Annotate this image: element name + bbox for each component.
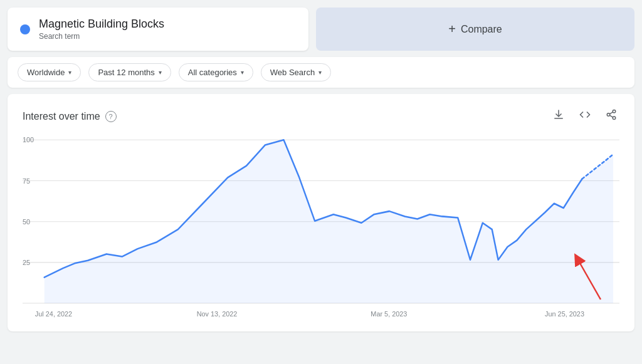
svg-line-3 xyxy=(609,115,613,117)
chart-card: Interest over time ? xyxy=(8,94,634,331)
compare-plus-icon: + xyxy=(448,22,456,36)
embed-button[interactable] xyxy=(577,107,593,126)
search-term-text: Magnetic Building Blocks Search term xyxy=(39,18,164,41)
filter-type[interactable]: Web Search ▾ xyxy=(261,63,331,81)
chevron-down-icon: ▾ xyxy=(159,69,162,76)
svg-text:100: 100 xyxy=(23,136,34,143)
filter-time[interactable]: Past 12 months ▾ xyxy=(88,63,171,81)
chevron-down-icon: ▾ xyxy=(318,69,322,76)
download-button[interactable] xyxy=(550,107,567,126)
filter-time-label: Past 12 months xyxy=(98,68,154,77)
svg-text:Mar 5, 2023: Mar 5, 2023 xyxy=(371,310,407,318)
chart-title: Interest over time xyxy=(23,111,100,122)
interest-chart: 100 75 50 25 Jul 24, 2022 Nov 13, 2022 M… xyxy=(23,133,619,321)
filter-category-label: All categories xyxy=(188,68,237,77)
chevron-down-icon: ▾ xyxy=(241,69,244,76)
share-button[interactable] xyxy=(603,107,619,126)
svg-point-2 xyxy=(613,117,616,120)
top-section: Magnetic Building Blocks Search term + C… xyxy=(0,0,642,51)
search-term-title: Magnetic Building Blocks xyxy=(39,18,164,31)
svg-point-1 xyxy=(607,113,610,117)
chart-title-area: Interest over time ? xyxy=(23,111,117,122)
svg-point-0 xyxy=(613,110,616,113)
filter-type-label: Web Search xyxy=(270,68,315,77)
filters-bar: Worldwide ▾ Past 12 months ▾ All categor… xyxy=(8,57,634,88)
filter-location[interactable]: Worldwide ▾ xyxy=(18,63,81,81)
svg-text:Jun 25, 2023: Jun 25, 2023 xyxy=(545,310,584,318)
svg-text:50: 50 xyxy=(23,218,30,226)
search-term-card: Magnetic Building Blocks Search term xyxy=(8,8,308,51)
svg-line-4 xyxy=(609,112,613,114)
chart-actions xyxy=(550,107,619,126)
search-term-dot xyxy=(20,24,30,34)
compare-label: Compare xyxy=(461,24,502,35)
chart-header: Interest over time ? xyxy=(23,107,619,126)
compare-card[interactable]: + Compare xyxy=(316,8,634,51)
svg-text:75: 75 xyxy=(23,177,30,184)
svg-text:Jul 24, 2022: Jul 24, 2022 xyxy=(35,310,72,318)
filter-location-label: Worldwide xyxy=(27,68,65,77)
filter-category[interactable]: All categories ▾ xyxy=(179,63,253,81)
help-icon[interactable]: ? xyxy=(105,111,117,122)
chart-area: 100 75 50 25 Jul 24, 2022 Nov 13, 2022 M… xyxy=(23,133,619,321)
svg-text:25: 25 xyxy=(23,259,30,266)
chevron-down-icon: ▾ xyxy=(68,69,71,76)
search-term-subtitle: Search term xyxy=(39,32,164,41)
svg-text:Nov 13, 2022: Nov 13, 2022 xyxy=(197,310,238,318)
